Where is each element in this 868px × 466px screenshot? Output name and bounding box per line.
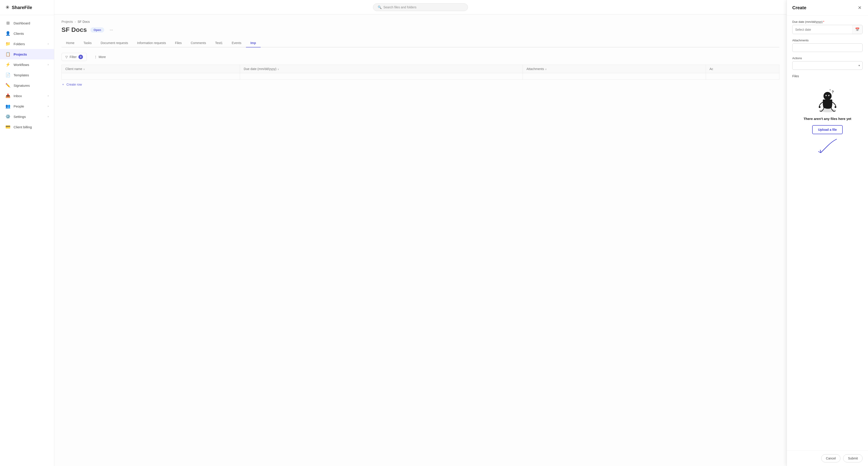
chevron-right-icon: ›: [48, 94, 49, 97]
tab-events[interactable]: Events: [227, 39, 246, 47]
tab-home[interactable]: Home: [61, 39, 79, 47]
create-row-button[interactable]: ＋ Create row: [61, 80, 82, 89]
tab-document-requests[interactable]: Document requests: [96, 39, 132, 47]
templates-icon: 📄: [5, 72, 10, 77]
sidebar-item-client-billing[interactable]: 💳 Client billing: [0, 122, 54, 132]
project-title-row: SF Docs Open ···: [61, 26, 779, 33]
chevron-right-icon: ›: [48, 63, 49, 66]
actions-select[interactable]: [792, 61, 863, 70]
logo-icon: ✳: [5, 4, 9, 10]
sidebar-item-label-dashboard: Dashboard: [13, 21, 30, 25]
topbar: 🔍 Search files and folders: [54, 0, 786, 14]
svg-point-3: [824, 92, 832, 100]
files-empty-text: There aren't any files here yet: [804, 117, 851, 121]
more-options-button[interactable]: ⋮ More: [90, 54, 110, 60]
data-table: Client name∨Due date (mm/dd/yyyy)∨Attach…: [61, 65, 779, 80]
project-content: Projects › SF Docs SF Docs Open ··· Home…: [54, 14, 786, 466]
calendar-icon[interactable]: 📅: [852, 25, 862, 34]
sidebar-item-folders[interactable]: 📁 Folders ›: [0, 39, 54, 49]
search-bar[interactable]: 🔍 Search files and folders: [373, 3, 468, 11]
sidebar-item-settings[interactable]: ⚙️ Settings ›: [0, 111, 54, 122]
svg-point-9: [829, 96, 829, 96]
files-field-group: Files: [792, 74, 863, 160]
upload-file-button[interactable]: Upload a file: [812, 125, 843, 134]
sidebar-item-dashboard[interactable]: ⊞ Dashboard: [0, 18, 54, 28]
client-billing-icon: 💳: [5, 125, 10, 129]
tab-imp[interactable]: Imp: [246, 39, 260, 47]
project-title: SF Docs: [61, 26, 87, 33]
sidebar-item-signatures[interactable]: ✏️ Signatures: [0, 80, 54, 91]
table-cell-actions: [706, 73, 779, 80]
filter-icon: ▽: [65, 55, 68, 59]
sidebar-item-label-folders: Folders: [13, 42, 25, 46]
sidebar-nav: ⊞ Dashboard 👤 Clients 📁 Folders › 📋 Proj…: [0, 15, 54, 466]
actions-field-group: Actions ▾: [792, 57, 863, 70]
tab-tasks[interactable]: Tasks: [79, 39, 96, 47]
cancel-button[interactable]: Cancel: [821, 454, 841, 462]
sidebar-item-label-inbox: Inbox: [13, 94, 22, 98]
sidebar-item-projects[interactable]: 📋 Projects: [0, 49, 54, 59]
svg-point-1: [819, 106, 820, 108]
chevron-right-icon: ›: [48, 115, 49, 118]
more-options-icon: ⋮: [94, 55, 97, 59]
more-button[interactable]: ···: [108, 27, 115, 33]
svg-point-2: [835, 106, 836, 108]
sidebar-item-inbox[interactable]: 📥 Inbox ›: [0, 91, 54, 101]
attachments-label: Attachments: [792, 39, 863, 42]
tab-information-requests[interactable]: Information requests: [133, 39, 170, 47]
due-date-input[interactable]: [793, 26, 852, 34]
sidebar-item-label-projects: Projects: [13, 53, 27, 56]
sidebar-item-workflows[interactable]: ⚡ Workflows ›: [0, 59, 54, 70]
tab-test1[interactable]: Test1: [211, 39, 227, 47]
status-badge[interactable]: Open: [90, 27, 104, 33]
breadcrumb-parent[interactable]: Projects: [61, 20, 73, 24]
table-header-due-date[interactable]: Due date (mm/dd/yyyy)∨: [240, 65, 523, 73]
svg-point-8: [826, 96, 827, 96]
workflows-icon: ⚡: [5, 62, 10, 67]
sidebar-item-label-client-billing: Client billing: [13, 125, 32, 129]
svg-text:?: ?: [829, 89, 831, 92]
folders-icon: 📁: [5, 41, 10, 46]
attachments-input[interactable]: [792, 43, 863, 52]
table-header-client-name[interactable]: Client name∨: [62, 65, 240, 73]
due-date-field-group: Due date (mm/dd/yyyy)* 📅: [792, 20, 863, 34]
table-row: [62, 73, 779, 80]
main-area: 🔍 Search files and folders Projects › SF…: [54, 0, 786, 466]
projects-icon: 📋: [5, 52, 10, 57]
breadcrumb-sep: ›: [75, 20, 76, 24]
arrow-annotation: [814, 137, 841, 156]
sidebar-item-templates[interactable]: 📄 Templates: [0, 70, 54, 80]
tab-files[interactable]: Files: [170, 39, 186, 47]
svg-text:?: ?: [832, 90, 834, 94]
due-date-required: *: [823, 20, 824, 24]
panel-title: Create: [792, 5, 806, 10]
filter-row: ▽ Filter 0 ⋮ More: [61, 53, 779, 61]
sidebar: ✳ ShareFile ⊞ Dashboard 👤 Clients 📁 Fold…: [0, 0, 54, 466]
tab-comments[interactable]: Comments: [186, 39, 211, 47]
panel-body: Due date (mm/dd/yyyy)* 📅 Attachments Act…: [787, 15, 868, 451]
settings-icon: ⚙️: [5, 114, 10, 119]
table-header-attachments[interactable]: Attachments∨: [523, 65, 706, 73]
sidebar-item-label-clients: Clients: [13, 32, 24, 35]
table-header-actions: Ac: [706, 65, 779, 73]
tabs: HomeTasksDocument requestsInformation re…: [61, 39, 779, 47]
signatures-icon: ✏️: [5, 83, 10, 88]
inbox-icon: 📥: [5, 93, 10, 98]
sort-icon: ∨: [83, 68, 85, 70]
sidebar-item-clients[interactable]: 👤 Clients: [0, 28, 54, 39]
sidebar-item-label-templates: Templates: [13, 73, 29, 77]
panel-footer: Cancel Submit: [787, 451, 868, 466]
people-icon: 👥: [5, 104, 10, 109]
sidebar-item-people[interactable]: 👥 People ›: [0, 101, 54, 111]
filter-count: 0: [79, 55, 83, 59]
files-label: Files: [792, 74, 863, 78]
filter-button[interactable]: ▽ Filter 0: [61, 53, 87, 61]
submit-button[interactable]: Submit: [843, 454, 863, 462]
attachments-field-group: Attachments: [792, 39, 863, 52]
actions-label: Actions: [792, 57, 863, 60]
side-panel: Create ✕ Due date (mm/dd/yyyy)* 📅 Attach…: [786, 0, 868, 466]
sidebar-item-label-settings: Settings: [13, 115, 26, 119]
due-date-label: Due date (mm/dd/yyyy)*: [792, 20, 863, 24]
close-button[interactable]: ✕: [857, 4, 863, 11]
clients-icon: 👤: [5, 31, 10, 36]
